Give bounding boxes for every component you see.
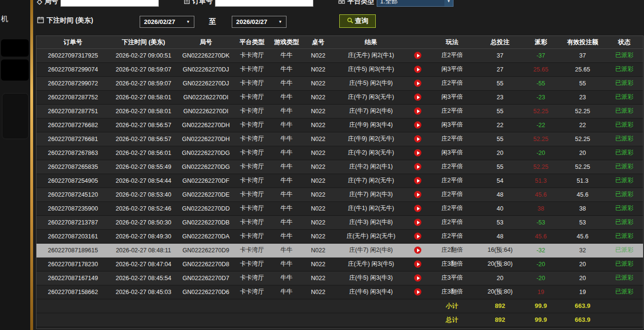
play-icon[interactable] — [414, 52, 421, 59]
table-row[interactable]: 2602270872359002026-02-27 08:52:46GN0222… — [36, 201, 643, 215]
sidebar-button[interactable] — [1, 59, 29, 81]
total-status-empty — [606, 299, 643, 313]
play-icon[interactable] — [414, 177, 421, 184]
table-row[interactable]: 2602270872990722026-02-27 08:59:07GN0222… — [36, 76, 643, 90]
bet-time-filter: 下注时间 (美东) — [37, 16, 93, 25]
play-icon[interactable] — [414, 247, 421, 254]
column-header: 玩法 — [426, 36, 478, 48]
table-row[interactable]: 2602270871896152026-02-27 08:48:11GN0222… — [36, 243, 643, 257]
date-to-select[interactable]: 2026/02/27 ▼ — [232, 16, 286, 28]
play-icon[interactable] — [414, 274, 421, 282]
total-label: 小计 — [426, 299, 478, 313]
play-icon[interactable] — [414, 135, 421, 142]
diamond-icon: ◇ — [37, 0, 42, 5]
total-label: 总计 — [426, 313, 478, 327]
order-filter: 订单号 — [184, 0, 313, 7]
table-row[interactable]: 2602270872766812026-02-27 08:56:57GN0222… — [36, 132, 643, 146]
sidebar-text: 机 — [1, 14, 8, 24]
column-header: 下注时间 (美东) — [109, 36, 178, 48]
column-header: 平台类型 — [234, 36, 270, 48]
column-header — [409, 36, 426, 48]
document-icon — [184, 0, 190, 6]
column-header: 订单号 — [36, 36, 109, 48]
table-row[interactable]: 2602270872766822026-02-27 08:56:57GN0222… — [36, 118, 643, 132]
total-payout-value: 99.9 — [522, 313, 560, 327]
play-icon[interactable] — [414, 66, 421, 73]
table-row[interactable]: 2602270872549052026-02-27 08:54:44GN0222… — [36, 174, 643, 188]
column-header: 桌号 — [303, 36, 333, 48]
column-header: 总投注 — [478, 36, 522, 48]
total-valid-bet-value: 663.9 — [560, 299, 606, 313]
query-button-label: 查询 — [355, 17, 369, 25]
play-icon[interactable] — [414, 163, 421, 170]
order-label: 订单号 — [192, 0, 213, 6]
bet-time-label: 下注时间 (美东) — [47, 16, 93, 25]
column-header: 派彩 — [522, 36, 560, 48]
platform-label: 平台类型 — [347, 0, 374, 6]
platform-select[interactable]: 1.全部 ▼ — [377, 0, 453, 7]
records-table: 订单号下注时间 (美东)局号平台类型游戏类型桌号结果玩法总投注派彩有效投注额状态… — [36, 35, 644, 329]
chevron-down-icon: ▼ — [278, 20, 282, 24]
play-icon[interactable] — [414, 219, 421, 226]
total-valid-bet-value: 663.9 — [560, 313, 606, 327]
round-filter: ◇ 局号 — [37, 0, 159, 7]
chevron-down-icon: ▼ — [186, 20, 190, 24]
table-row[interactable]: 2602270872031612026-02-27 08:49:30GN0222… — [36, 229, 643, 243]
play-icon[interactable] — [414, 191, 421, 198]
grid-icon — [338, 0, 345, 5]
total-row: 总计89299.9663.9 — [36, 313, 643, 327]
table-row[interactable]: 2602270872877512026-02-27 08:58:01GN0222… — [36, 104, 643, 118]
table-body: 2602270973179252026-02-27 09:00:51GN0222… — [36, 48, 643, 327]
date-from-value: 2026/02/27 — [144, 18, 175, 25]
search-icon — [347, 17, 353, 25]
chevron-down-icon: ▼ — [444, 0, 453, 6]
table-row[interactable]: 2602270872990742026-02-27 08:59:07GN0222… — [36, 62, 643, 76]
sidebar: 机 — [0, 0, 30, 330]
to-label: 至 — [209, 17, 216, 26]
column-header: 局号 — [178, 36, 234, 48]
play-icon[interactable] — [414, 205, 421, 212]
total-bet-value: 892 — [478, 313, 522, 327]
table-header-row: 订单号下注时间 (美东)局号平台类型游戏类型桌号结果玩法总投注派彩有效投注额状态 — [36, 36, 643, 48]
query-button[interactable]: 查询 — [339, 14, 376, 28]
column-header: 结果 — [333, 36, 409, 48]
play-icon[interactable] — [414, 94, 421, 101]
date-to-value: 2026/02/27 — [236, 18, 267, 25]
round-label: 局号 — [45, 0, 58, 6]
total-row: 小计89299.9663.9 — [36, 299, 643, 313]
table-row[interactable]: 2602270872877522026-02-27 08:58:01GN0222… — [36, 90, 643, 104]
platform-filter: 平台类型 1.全部 ▼ — [338, 0, 453, 7]
table-row[interactable]: 2602270872658352026-02-27 08:55:49GN0222… — [36, 160, 643, 174]
table-row[interactable]: 2602270871782302026-02-27 08:47:04GN0222… — [36, 257, 643, 271]
total-bet-value: 892 — [478, 299, 522, 313]
table-row[interactable]: 2602270871671492026-02-27 08:45:54GN0222… — [36, 271, 643, 285]
date-from-select[interactable]: 2026/02/27 ▼ — [140, 16, 194, 28]
play-icon[interactable] — [414, 121, 421, 129]
platform-selected-value: 1.全部 — [377, 0, 444, 6]
total-payout-value: 99.9 — [522, 299, 560, 313]
column-header: 有效投注额 — [560, 36, 606, 48]
column-header: 状态 — [606, 36, 643, 48]
total-status-empty — [606, 313, 643, 327]
play-icon[interactable] — [414, 260, 421, 268]
play-icon[interactable] — [414, 233, 421, 240]
table-row[interactable]: 2602270871586622026-02-27 08:45:03GN0222… — [36, 285, 643, 299]
sidebar-button[interactable] — [1, 39, 29, 57]
play-icon[interactable] — [414, 107, 421, 115]
table-row[interactable]: 2602270872137872026-02-27 08:50:30GN0222… — [36, 215, 643, 229]
round-input[interactable] — [60, 0, 159, 7]
order-input[interactable] — [215, 0, 313, 7]
play-icon[interactable] — [414, 80, 421, 87]
table-row[interactable]: 2602270973179252026-02-27 09:00:51GN0222… — [36, 48, 643, 62]
play-icon[interactable] — [414, 288, 421, 295]
column-header: 游戏类型 — [270, 36, 303, 48]
calendar-icon — [37, 16, 44, 25]
table-row[interactable]: 2602270872678632026-02-27 08:56:01GN0222… — [36, 146, 643, 160]
main-panel: ◇ 局号 订单号 平台类型 1.全部 ▼ 下注时间 (美东) 2026/02/2… — [33, 0, 644, 330]
sidebar-panel — [2, 93, 29, 139]
play-icon[interactable] — [414, 149, 421, 156]
table-row[interactable]: 2602270872451202026-02-27 08:53:40GN0222… — [36, 188, 643, 201]
